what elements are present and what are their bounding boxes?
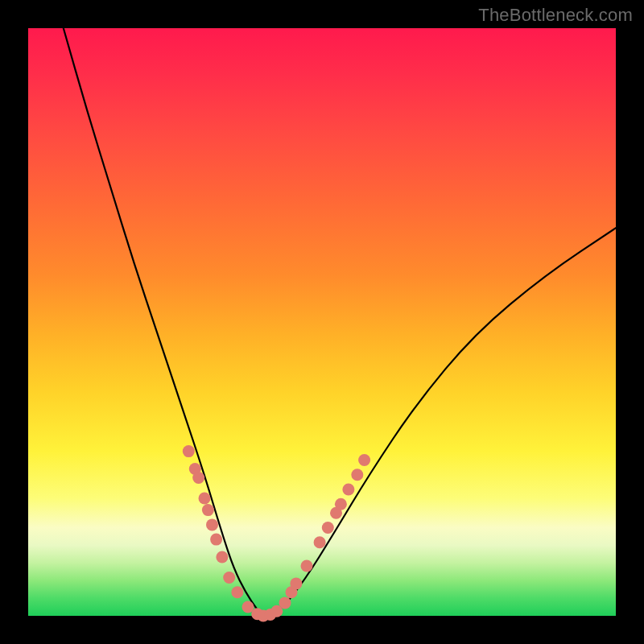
curve-bead [216, 551, 228, 564]
curve-bead [192, 472, 204, 484]
curve-bead [342, 484, 354, 496]
curve-bead [322, 522, 334, 534]
curve-bead [206, 518, 218, 530]
curve-bead [301, 560, 313, 572]
curve-bead [351, 469, 363, 481]
curve-svg [28, 28, 616, 616]
curve-bead [290, 577, 302, 589]
curve-bead [223, 572, 235, 584]
curve-bead [202, 504, 214, 516]
plot-area [28, 28, 616, 616]
curve-bead [314, 536, 326, 548]
beads-layer [183, 445, 370, 621]
curve-bead [335, 498, 347, 510]
curve-bead [210, 534, 222, 546]
curve-bead [183, 445, 195, 457]
watermark-text: TheBottleneck.com [478, 5, 633, 26]
curve-bead [358, 454, 370, 466]
curve-bead [279, 597, 291, 609]
bottleneck-curve [64, 28, 616, 614]
curve-bead [231, 586, 243, 598]
curve-layer [64, 28, 616, 614]
curve-bead [199, 493, 211, 505]
chart-frame: TheBottleneck.com [0, 0, 644, 644]
